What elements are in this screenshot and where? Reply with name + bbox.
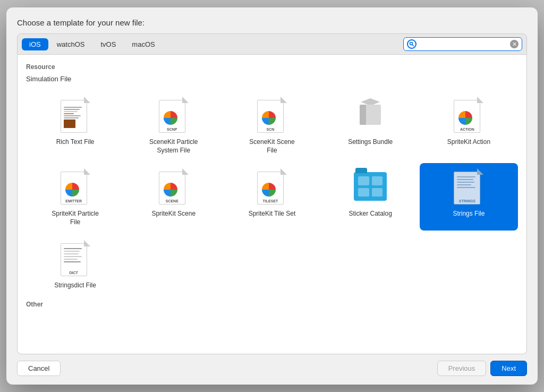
spritekit-tileset-icon: TILESET bbox=[253, 167, 291, 206]
spritekit-tileset-item[interactable]: TILESET SpriteKit Tile Set bbox=[223, 163, 321, 231]
stringsdict-label: Stringsdict File bbox=[54, 282, 96, 290]
settings-bundle-item[interactable]: Settings Bundle bbox=[321, 91, 420, 159]
content-area: Resource Simulation File bbox=[17, 55, 527, 354]
rich-text-label: Rich Text File bbox=[56, 138, 95, 147]
scenekit-particle-item[interactable]: SCNP SceneKit ParticleSystem File bbox=[124, 91, 223, 159]
strings-file-item[interactable]: STRINGS Strings File bbox=[420, 163, 518, 231]
strings-file-label: Strings File bbox=[453, 210, 484, 218]
spritekit-action-item[interactable]: ACTION SpriteKit Action bbox=[420, 91, 518, 159]
rich-text-icon bbox=[56, 96, 95, 134]
spritekit-particle-item[interactable]: EMITTER SpriteKit ParticleFile bbox=[26, 163, 124, 231]
spritekit-particle-icon: EMITTER bbox=[56, 167, 95, 206]
spritekit-particle-label: SpriteKit ParticleFile bbox=[52, 210, 99, 226]
other-section-header: Other bbox=[26, 301, 518, 308]
next-button[interactable]: Next bbox=[490, 361, 527, 376]
tab-bar: iOS watchOS tvOS macOS ✕ bbox=[17, 33, 527, 55]
svg-line-1 bbox=[412, 45, 414, 46]
spritekit-action-label: SpriteKit Action bbox=[447, 138, 490, 147]
stringsdict-grid: DICT Stringsdict File bbox=[26, 235, 518, 294]
stringsdict-file-item[interactable]: DICT Stringsdict File bbox=[26, 235, 124, 294]
stringsdict-icon: DICT bbox=[56, 239, 95, 277]
spritekit-action-icon: ACTION bbox=[449, 96, 488, 134]
settings-bundle-icon bbox=[351, 96, 389, 134]
template-dialog: Choose a template for your new file: iOS… bbox=[6, 7, 538, 385]
sticker-catalog-label: Sticker Catalog bbox=[349, 210, 392, 218]
cancel-button[interactable]: Cancel bbox=[17, 361, 61, 376]
scenekit-particle-icon: SCNP bbox=[155, 96, 193, 134]
search-input[interactable] bbox=[419, 40, 508, 48]
tab-macos[interactable]: macOS bbox=[124, 38, 162, 50]
spritekit-scene-item[interactable]: SCENE SpriteKit Scene bbox=[124, 163, 223, 231]
scenekit-particle-label: SceneKit ParticleSystem File bbox=[149, 138, 198, 155]
settings-bundle-label: Settings Bundle bbox=[348, 138, 393, 147]
spritekit-scene-label: SpriteKit Scene bbox=[151, 210, 196, 218]
dialog-title: Choose a template for your new file: bbox=[17, 18, 527, 27]
tab-bar-left: iOS watchOS tvOS macOS bbox=[22, 38, 401, 50]
sticker-catalog-item[interactable]: Sticker Catalog bbox=[321, 163, 420, 231]
strings-file-icon: STRINGS bbox=[449, 167, 488, 206]
rich-text-file-item[interactable]: Rich Text File bbox=[26, 91, 124, 159]
scenekit-scene-icon: SCN bbox=[253, 96, 291, 134]
spritekit-scene-icon: SCENE bbox=[155, 167, 193, 206]
spritekit-tileset-label: SpriteKit Tile Set bbox=[249, 210, 296, 218]
file-grid: Rich Text File SCNP SceneKit P bbox=[26, 91, 518, 231]
scenekit-scene-item[interactable]: SCN SceneKit SceneFile bbox=[223, 91, 321, 159]
tab-watchos[interactable]: watchOS bbox=[49, 38, 92, 50]
resource-section-header: Resource bbox=[26, 63, 518, 71]
footer-right-buttons: Previous Next bbox=[437, 361, 527, 376]
tab-ios[interactable]: iOS bbox=[22, 38, 48, 50]
search-box: ✕ bbox=[403, 37, 522, 51]
sticker-catalog-icon bbox=[351, 167, 389, 206]
tab-tvos[interactable]: tvOS bbox=[93, 38, 123, 50]
search-icon bbox=[407, 39, 416, 49]
previous-button[interactable]: Previous bbox=[437, 361, 487, 376]
svg-point-0 bbox=[410, 42, 413, 45]
search-clear-button[interactable]: ✕ bbox=[510, 40, 518, 48]
dialog-footer: Cancel Previous Next bbox=[17, 354, 527, 376]
simulation-file-subheader: Simulation File bbox=[26, 75, 518, 83]
scenekit-scene-label: SceneKit SceneFile bbox=[249, 138, 294, 155]
